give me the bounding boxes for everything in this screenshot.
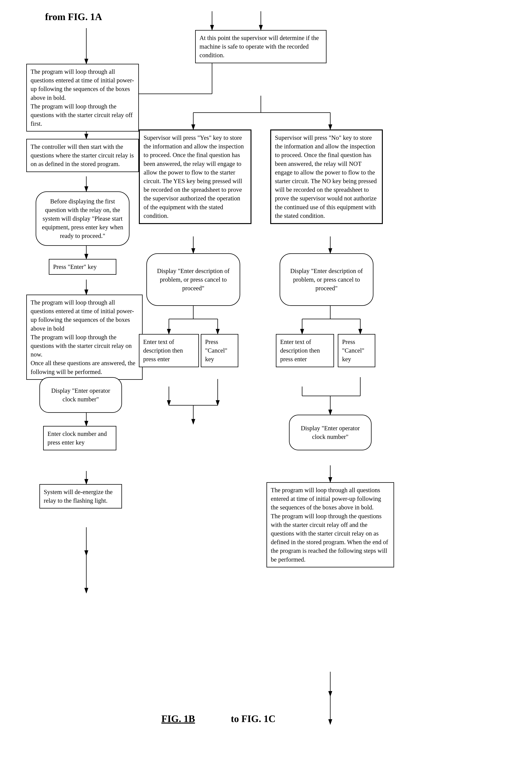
box-enter-text-desc-right: Enter text of description then press ent… (276, 334, 334, 367)
hexagon-display-enter-desc-right: Display "Enter description of problem, o… (280, 253, 373, 306)
box-press-cancel-left: Press "Cancel" key (201, 334, 238, 367)
to-fig-label: to FIG. 1C (231, 713, 275, 724)
title-from-fig1a: from FIG. 1A (45, 11, 102, 22)
box-supervisor-yes: Supervisor will press "Yes" key to store… (139, 129, 251, 224)
box-press-enter-key: Press "Enter" key (49, 259, 116, 275)
hexagon-display-please-start: Before displaying the first question wit… (36, 191, 129, 246)
box-enter-text-desc-left: Enter text of description then press ent… (139, 334, 199, 367)
hexagon-display-enter-desc-left: Display "Enter description of problem, o… (146, 253, 240, 306)
fig-label: FIG. 1B (161, 713, 195, 724)
box-supervisor-decision: At this point the supervisor will determ… (195, 30, 327, 63)
hexagon-display-operator-clock-right: Display "Enter operator clock number" (289, 415, 372, 450)
box-system-de-energize: System will de-energize the relay to the… (39, 484, 122, 508)
box-loop-relay-on: The program will loop through all questi… (26, 295, 143, 380)
hexagon-display-operator-clock-left: Display "Enter operator clock number" (39, 377, 122, 413)
box-loop-relay-off: The program will loop through all questi… (26, 64, 139, 132)
box-press-cancel-right: Press "Cancel" key (338, 334, 375, 367)
box-loop-final: The program will loop through all questi… (266, 482, 394, 567)
box-enter-clock-number: Enter clock number and press enter key (43, 426, 116, 450)
box-supervisor-no: Supervisor will press "No" key to store … (270, 129, 383, 224)
box-controller-relay-on: The controller will then start with the … (26, 139, 139, 172)
